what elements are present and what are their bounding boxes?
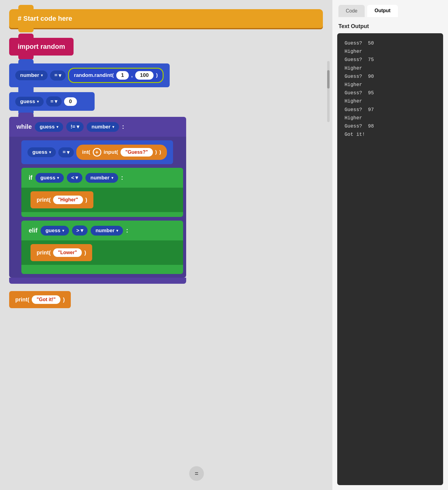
print-lower-func: print( [37, 250, 51, 256]
plus-icon[interactable]: + [93, 148, 101, 157]
output-line: Higher [345, 97, 436, 106]
if-body: print( "Higher" ) [21, 188, 183, 212]
elif-container: elif guess ▾ > ▾ number ▾ [21, 221, 182, 274]
eq-label-1: = [54, 72, 57, 78]
randint-block[interactable]: random.randint( 1 , 100 ) [68, 68, 164, 83]
guess-assign-block[interactable]: guess ▾ = ▾ 0 [9, 92, 95, 111]
eq-pill-1[interactable]: = ▾ [50, 70, 66, 81]
input-close: ) [155, 149, 157, 155]
lower-string-label: "Lower" [58, 250, 77, 255]
equals-button[interactable]: = [189, 466, 204, 481]
elif-guess-label: guess [45, 228, 60, 234]
while-container: while guess ▾ != ▾ number ▾ : [9, 117, 323, 284]
randint-text: random.randint( [74, 72, 114, 78]
lt-op-pill[interactable]: < ▾ [67, 173, 82, 183]
while-number-pill[interactable]: number ▾ [87, 122, 119, 132]
while-keyword: while [16, 123, 32, 130]
inner-guess-pill[interactable]: guess ▾ [27, 147, 56, 157]
print-higher-close: ) [85, 197, 87, 203]
eq-arrow-1[interactable]: ▾ [59, 72, 61, 79]
number-var-pill[interactable]: number ▾ [15, 70, 48, 80]
gotit-string-label: "Got it!" [37, 297, 56, 302]
output-line: Guess? 75 [345, 56, 436, 64]
print-lower-block[interactable]: print( "Lower" ) [31, 244, 92, 261]
elif-guess-pill[interactable]: guess ▾ [41, 226, 69, 236]
eq-arrow-2[interactable]: ▾ [55, 98, 57, 105]
gotit-string-pill[interactable]: "Got it!" [32, 295, 60, 304]
if-guess-pill[interactable]: guess ▾ [35, 173, 64, 183]
output-content: Guess? 50HigherGuess? 75HigherGuess? 90H… [337, 33, 443, 485]
higher-string-label: "Higher" [58, 197, 78, 202]
import-label: import random [18, 43, 65, 50]
if-number-pill[interactable]: number ▾ [85, 173, 118, 183]
randint-close: ) [156, 72, 158, 78]
input-assign-block[interactable]: guess ▾ = ▾ int( + input( "Guess?" [21, 140, 173, 164]
if-keyword: if [29, 174, 32, 181]
elif-keyword: elif [29, 227, 38, 234]
scrollbar-track[interactable] [327, 61, 330, 122]
output-panel: Code Output Text Output Guess? 50HigherG… [332, 0, 448, 490]
randint-val1[interactable]: 1 [116, 71, 129, 80]
elif-end [21, 265, 183, 274]
lt-op-label: < [71, 175, 74, 181]
output-line: Higher [345, 64, 436, 73]
elif-number-pill[interactable]: number ▾ [91, 226, 123, 236]
guess-var-label: guess [20, 99, 35, 105]
panel-tabs: Code Output [332, 0, 448, 17]
output-line: Higher [345, 114, 436, 122]
output-line: Got it! [345, 131, 436, 139]
if-header[interactable]: if guess ▾ < ▾ number ▾ : [21, 168, 183, 188]
import-block[interactable]: import random [9, 38, 74, 56]
while-header[interactable]: while guess ▾ != ▾ number ▾ : [9, 117, 186, 137]
if-end [21, 212, 183, 217]
elif-header[interactable]: elif guess ▾ > ▾ number ▾ [21, 221, 183, 240]
while-end [9, 278, 186, 284]
guess-var-arrow[interactable]: ▾ [37, 99, 39, 104]
eq-label-2: = [50, 99, 53, 105]
eq-pill-2[interactable]: = ▾ [46, 96, 62, 106]
output-line: Higher [345, 48, 436, 56]
randint-val2[interactable]: 100 [135, 71, 154, 80]
while-colon: : [122, 123, 124, 130]
higher-string-pill[interactable]: "Higher" [53, 196, 83, 204]
guess-var-pill[interactable]: guess ▾ [15, 97, 44, 106]
number-assign-block[interactable]: number ▾ = ▾ random.randint( 1 , 100 [9, 63, 170, 87]
while-guess-pill[interactable]: guess ▾ [35, 122, 63, 132]
guess-string-pill[interactable]: "Guess?" [121, 148, 153, 157]
guess-string-label: "Guess?" [125, 150, 148, 155]
print-gotit-func: print( [15, 297, 29, 303]
print-higher-func: print( [37, 197, 51, 203]
number-var-arrow[interactable]: ▾ [41, 73, 43, 77]
int-input-wrapper[interactable]: int( + input( "Guess?" ) ) [76, 145, 167, 160]
gt-op-pill[interactable]: > ▾ [72, 225, 88, 236]
while-body: guess ▾ = ▾ int( + input( "Guess?" [9, 137, 186, 278]
if-number-label: number [90, 175, 109, 181]
while-guess-label: guess [40, 124, 55, 130]
lower-string-pill[interactable]: "Lower" [53, 248, 82, 257]
elif-number-label: number [96, 228, 114, 234]
randint-comma: , [131, 72, 133, 78]
guess-val-pill[interactable]: 0 [64, 97, 77, 106]
output-line: Guess? 50 [345, 39, 436, 48]
print-gotit-block[interactable]: print( "Got it!" ) [9, 291, 71, 308]
blocks-container: # Start code here import random number ▾… [9, 9, 323, 308]
tab-code[interactable]: Code [338, 5, 365, 17]
input-func-label: input( [104, 149, 118, 155]
print-lower-close: ) [84, 250, 86, 256]
if-colon: : [121, 174, 123, 181]
start-label: # Start code here [18, 15, 72, 22]
elif-body: print( "Lower" ) [21, 240, 183, 265]
inner-guess-label: guess [32, 149, 47, 155]
int-close: ) [159, 149, 161, 155]
number-var-label: number [20, 72, 39, 78]
start-block[interactable]: # Start code here [9, 9, 323, 28]
neq-op-pill[interactable]: != ▾ [66, 122, 84, 132]
gt-op-label: > [76, 228, 79, 234]
eq-pill-3[interactable]: = ▾ [58, 147, 74, 157]
output-title: Text Output [332, 17, 448, 33]
print-higher-block[interactable]: print( "Higher" ) [31, 191, 93, 208]
scrollbar-thumb[interactable] [327, 70, 330, 88]
tab-output[interactable]: Output [367, 5, 398, 17]
output-line: Guess? 90 [345, 73, 436, 81]
output-line: Higher [345, 81, 436, 89]
